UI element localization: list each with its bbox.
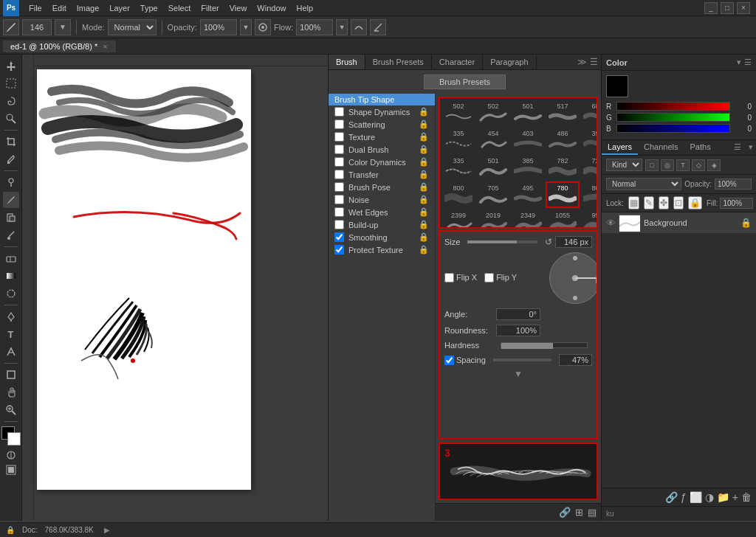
canvas-area[interactable]: 0 [22,55,328,521]
new-group-btn[interactable]: 📁 [717,491,729,503]
lock-move-btn[interactable]: ✤ [659,196,669,209]
brush-cell-8[interactable]: 403 [511,127,545,153]
brush-cell-14[interactable]: 385 [511,154,545,181]
panel-list-btn[interactable]: ▤ [588,507,597,518]
quick-select-tool[interactable] [3,111,19,127]
brush-cell-22[interactable]: 800 [580,181,597,208]
angle-input[interactable] [496,308,540,320]
history-brush-tool[interactable] [3,227,19,243]
brush-cell-15[interactable]: 782 [546,154,580,181]
flip-x-label[interactable]: Flip X [444,273,477,283]
angle-roundness-visual[interactable]: ▶ [542,252,592,302]
new-layer-btn[interactable]: + [732,491,738,503]
b-slider[interactable] [616,124,730,133]
smoothing-check[interactable] [334,232,344,242]
texture-check[interactable] [334,132,344,142]
menu-layer[interactable]: Layer [104,2,135,14]
brush-option-brush-pose[interactable]: Brush Pose 🔒 [329,181,435,193]
add-mask-btn[interactable]: ⬜ [690,491,702,503]
tab-close-btn[interactable]: × [103,42,107,51]
panel-grid-btn[interactable]: ⊞ [575,507,583,518]
brush-option-scattering[interactable]: Scattering 🔒 [329,118,435,131]
spacing-checkbox-label[interactable]: Spacing [444,356,486,365]
spacing-slider[interactable] [493,358,551,361]
fill-input[interactable] [720,198,753,209]
airbrush-btn[interactable] [255,19,271,35]
color-dynamics-check[interactable] [334,157,344,167]
brush-tool-icon[interactable] [3,19,19,35]
maximize-btn[interactable]: □ [721,2,734,14]
brush-option-texture[interactable]: Texture 🔒 [329,131,435,143]
lasso-tool[interactable] [3,93,19,109]
brush-option-dual-brush[interactable]: Dual Brush 🔒 [329,143,435,156]
brush-cell-16[interactable]: 720 [580,154,597,181]
brush-cell-0[interactable]: 502 [441,100,475,126]
menu-help[interactable]: Help [291,2,318,14]
brush-option-tip-shape[interactable]: Brush Tip Shape [329,94,435,105]
move-tool[interactable] [3,58,19,74]
eyedropper-tool[interactable] [3,151,19,167]
brush-pose-check[interactable] [334,182,344,192]
menu-window[interactable]: Window [252,2,291,14]
background-color[interactable] [7,432,21,446]
brush-cell-4[interactable]: 687 [580,100,597,126]
delete-layer-btn[interactable]: 🗑 [741,491,752,503]
color-panel-menu[interactable]: ☰ [744,58,752,67]
brush-cell-10[interactable]: 397 [580,127,597,153]
healing-tool[interactable] [3,174,19,190]
brush-cell-3[interactable]: 517 [546,100,580,126]
layers-opacity-input[interactable] [715,179,752,190]
menu-select[interactable]: Select [163,2,196,14]
scattering-check[interactable] [334,119,344,129]
dual-brush-check[interactable] [334,145,344,154]
color-panel-collapse[interactable]: ▾ [737,58,741,67]
build-up-check[interactable] [334,220,344,229]
menu-type[interactable]: Type [135,2,163,14]
path-select-tool[interactable] [3,344,19,360]
smooth-btn[interactable] [351,19,367,35]
link-layers-btn[interactable]: 🔗 [665,491,678,503]
add-style-btn[interactable]: ƒ [681,491,687,503]
eraser-tool[interactable] [3,250,19,266]
kind-pixel-btn[interactable]: □ [645,159,659,171]
lock-all-btn[interactable]: 🔒 [688,196,702,209]
brush-option-color-dynamics[interactable]: Color Dynamics 🔒 [329,156,435,168]
zoom-tool[interactable] [3,402,19,418]
brush-cell-6[interactable]: 335 [441,127,475,153]
menu-edit[interactable]: Edit [47,2,72,14]
mode-select[interactable]: Normal [108,19,157,35]
hardness-slider[interactable] [501,342,588,348]
angle-right-arrow[interactable]: ▶ [596,274,598,285]
brush-cell-12[interactable]: 335 [441,154,475,181]
ku-label[interactable]: ku [606,510,614,518]
roundness-input[interactable] [496,325,540,336]
panel-link-btn[interactable]: 🔗 [559,507,571,518]
crop-tool[interactable] [3,134,19,150]
kind-type-btn[interactable]: T [676,159,690,171]
menu-file[interactable]: File [24,2,47,14]
panel-tab-brush-presets[interactable]: Brush Presets [365,55,432,69]
opacity-dropdown[interactable]: ▼ [240,19,252,35]
brush-cell-7[interactable]: 454 [476,127,510,153]
flip-x-check[interactable] [444,273,454,283]
spacing-check[interactable] [444,356,454,365]
brush-cell-20[interactable]: 495 [511,181,545,208]
noise-check[interactable] [334,195,344,204]
brush-cell-2[interactable]: 501 [511,100,545,126]
type-tool[interactable]: T [3,326,19,342]
screen-mode-btn[interactable] [5,464,17,476]
g-slider[interactable] [616,113,730,122]
brush-cell-25[interactable]: 2019 [476,209,510,227]
shape-dynamics-check[interactable] [334,107,344,117]
kind-adjust-btn[interactable]: ◎ [661,159,674,171]
layers-panel-collapse[interactable]: ▾ [746,140,756,155]
marquee-tool[interactable] [3,75,19,91]
lock-paint-btn[interactable]: ✎ [644,196,654,209]
flip-y-label[interactable]: Flip Y [484,273,517,283]
layers-tab-layers[interactable]: Layers [602,140,638,155]
panel-menu-icon[interactable]: ☰ [590,57,598,67]
brush-option-build-up[interactable]: Build-up 🔒 [329,218,435,231]
brush-cell-13[interactable]: 501 [476,154,510,181]
lock-transparent-btn[interactable]: ▦ [628,196,639,209]
brush-cell-9[interactable]: 486 [546,127,580,153]
